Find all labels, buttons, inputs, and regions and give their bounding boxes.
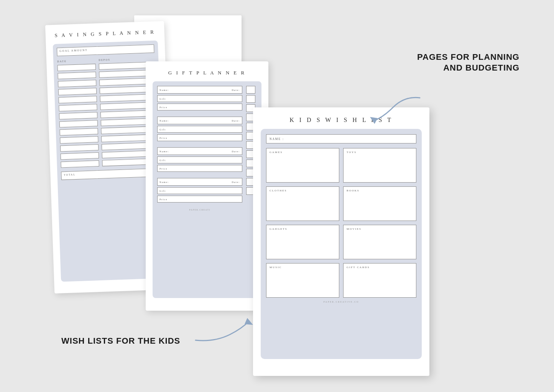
sp-row [58,62,155,71]
gift-planner-title: G I F T P L A N N E R [153,70,261,76]
arrow-wish-icon [188,310,265,348]
gp-section-2: Name: Date: Gift Price [157,117,242,141]
gp-name-date-2: Name: Date: [157,117,242,124]
gp-date-label: Date: [232,181,240,183]
sp-date-cell [59,128,98,135]
sp-row [59,126,157,136]
gp-section-4: Name: Date: Gift Price [157,178,242,203]
gp-price-field-2: Price [157,134,242,141]
sp-watermark: PAP. [61,179,159,185]
sp-date-cell [58,96,97,103]
sp-row [58,86,156,96]
sp-date-cell [58,88,97,95]
sp-total-label: TOTAL [61,168,159,180]
kwl-name-label: NAME : [270,137,284,141]
gp-name-label: Name: [159,181,169,183]
kwl-watermark: PAPER.CREATIVE.CO [266,301,416,303]
sp-row [61,158,158,168]
gp-gift-field-4: Gift [157,187,242,194]
gp-price-field-3: Price [157,165,242,172]
gp-left-col: Name: Date: Gift Price Name: Date: [157,86,242,293]
sp-date-cell [59,120,98,127]
gp-name-label: Name: [159,119,169,122]
svg-marker-1 [245,318,253,325]
kids-wish-list-card: K I D S W I S H L I S T NAME : GAMES TOY… [253,107,429,376]
gp-name-date-4: Name: Date: [157,178,242,186]
kwl-content: NAME : GAMES TOYS CLOTHES BOOKS GADGETS … [261,129,422,359]
gp-right-cell [246,86,255,94]
kwl-cell-label: GADGETS [270,227,336,231]
gift-planner-content: Name: Date: Gift Price Name: Date: [153,81,261,298]
sp-date-cell [60,144,99,152]
kwl-cell-label: MUSIC [270,266,336,269]
sp-row [58,70,155,79]
sp-date-cell [61,152,99,160]
kwl-cell-label: GIFT CARDS [347,266,413,269]
sp-row [59,118,157,128]
kwl-name-row: NAME : [266,134,416,143]
kwl-cell-clothes: CLOTHES [266,186,339,221]
kwl-cell-label: GAMES [270,151,336,154]
goal-amount-label: GOAL AMOUNT [57,44,155,56]
kwl-cell-giftcards: GIFT CARDS [343,263,416,298]
gp-gift-field-1: Gift [157,95,242,102]
kwl-cell-label: TOYS [347,151,413,154]
sp-date-cell [61,160,99,168]
kwl-cell-label: BOOKS [347,189,413,192]
kwl-cell-gadgets: GADGETS [266,225,339,259]
gp-watermark: PAPER.CREATI [157,209,242,211]
gp-gift-field-3: Gift [157,156,242,163]
gp-date-label: Date: [232,89,240,91]
gp-section-3: Name: Date: Gift Price [157,147,242,172]
sp-row [58,78,155,87]
sp-date-cell [58,80,96,87]
sp-row [61,150,158,160]
kwl-cell-toys: TOYS [343,148,416,183]
gp-name-label: Name: [159,89,169,91]
gift-planner-card: G I F T P L A N N E R Name: Date: Gift P… [146,61,268,311]
arrow-pages-icon [351,92,427,130]
sp-rows [58,62,158,168]
annotation-pages-line1: PAGES FOR PLANNING [417,52,519,62]
kwl-cell-books: BOOKS [343,186,416,221]
gp-gift-field-2: Gift [157,126,242,133]
kwl-cell-label: CLOTHES [270,189,336,192]
gp-price-field-1: Price [157,104,242,110]
gp-date-label: Date: [232,150,240,153]
sp-row [60,134,157,144]
sp-deposit-header: DEPOS [99,57,155,61]
gp-section-1: Name: Date: Gift Price [157,86,242,110]
gp-price-field-4: Price [157,196,242,203]
kwl-grid: GAMES TOYS CLOTHES BOOKS GADGETS MOVIES … [266,148,416,298]
sp-row [59,102,156,112]
annotation-wish: WISH LISTS FOR THE KIDS [61,336,180,346]
kwl-cell-movies: MOVIES [343,225,416,259]
sp-date-header: DATE [57,59,95,63]
kwl-cell-games: GAMES [266,148,339,183]
gp-date-label: Date: [232,119,240,122]
sp-row [60,142,158,152]
sp-date-cell [60,136,98,143]
gp-name-date-1: Name: Date: [157,86,242,94]
gp-name-date-3: Name: Date: [157,147,242,155]
annotation-wish-text: WISH LISTS FOR THE KIDS [61,336,180,346]
gp-right-cell [246,95,255,103]
sp-row [58,94,156,104]
annotation-pages: PAGES FOR PLANNING AND BUDGETING [417,52,519,73]
kwl-cell-label: MOVIES [347,227,413,231]
sp-date-cell [58,64,96,71]
sp-date-cell [59,104,97,111]
sp-date-cell [59,112,97,119]
gp-name-label: Name: [159,150,169,153]
sp-date-cell [58,72,96,79]
sp-row [59,110,156,120]
savings-planner-title: S A V I N G S P L A N N E R [53,29,158,39]
annotation-pages-line2: AND BUDGETING [443,63,519,72]
svg-marker-0 [370,117,378,124]
kwl-cell-music: MUSIC [266,263,339,298]
